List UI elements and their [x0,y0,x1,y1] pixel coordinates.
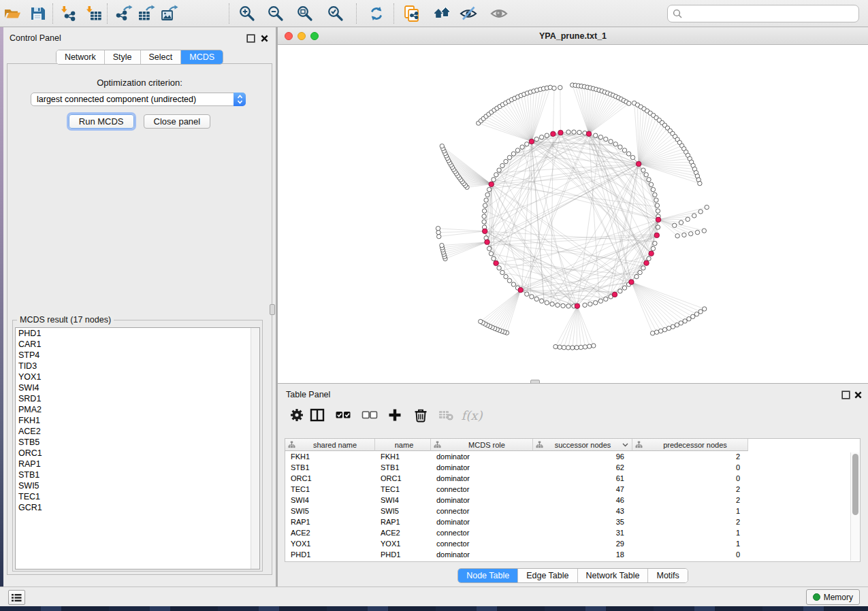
clone-network-button[interactable] [400,2,423,25]
deselect-all-button[interactable] [359,404,381,426]
network-canvas[interactable] [278,45,868,383]
zoom-out-button[interactable] [264,2,287,25]
close-panel-icon[interactable] [260,34,269,43]
network-window-titlebar[interactable]: YPA_prune.txt_1 [278,27,868,45]
tab-select[interactable]: Select [141,50,182,64]
mcds-result-item[interactable]: STB5 [16,437,259,448]
cell-successor-nodes: 96 [533,451,632,462]
mcds-result-item[interactable]: GCR1 [16,502,259,513]
table-row[interactable]: SWI5SWI5connector431 [285,506,860,516]
tab-motifs[interactable]: Motifs [648,569,687,582]
import-network-button[interactable] [57,2,80,25]
mcds-result-item[interactable]: PMA2 [16,404,259,415]
float-table-panel-icon[interactable] [841,391,850,399]
table-row[interactable]: SWI4SWI4dominator462 [285,495,860,506]
show-all-button[interactable] [487,2,511,25]
tab-network[interactable]: Network [57,50,105,64]
table-row[interactable]: ACE2ACE2connector311 [285,527,860,538]
run-mcds-button[interactable]: Run MCDS [69,114,134,129]
table-row[interactable]: PHD1PHD1dominator180 [285,549,860,560]
mcds-result-item[interactable]: FKH1 [16,415,259,426]
mcds-result-item[interactable]: SWI5 [16,480,259,491]
table-settings-button[interactable] [286,404,308,426]
mcds-result-item[interactable]: TEC1 [16,491,259,502]
delete-table-button [435,404,457,426]
mcds-result-item[interactable]: ACE2 [16,426,259,437]
memory-button[interactable]: Memory [806,589,860,605]
column-header-successor-nodes[interactable]: successor nodes [533,439,632,451]
column-label: MCDS role [441,441,532,449]
mcds-result-item[interactable]: SRD1 [16,393,259,404]
table-scrollbar-thumb[interactable] [852,454,858,515]
add-column-button[interactable] [384,404,406,426]
toolbar-separator [52,3,53,24]
export-network-button[interactable] [112,2,135,25]
vertical-splitter-handle[interactable] [270,304,275,315]
zoom-fit-button[interactable] [293,2,317,25]
eye-slash-icon [460,5,477,22]
first-neighbors-icon [434,5,451,22]
function-builder-button: f(x) [461,404,483,426]
column-header-MCDS-role[interactable]: MCDS role [431,439,533,451]
select-all-button[interactable] [332,404,354,426]
mcds-result-item[interactable]: STP4 [16,350,259,361]
export-network-icon [115,5,133,22]
zoom-selected-button[interactable] [324,2,347,25]
table-row[interactable]: RAP1RAP1dominator352 [285,516,860,527]
close-table-panel-icon[interactable] [854,391,863,399]
desktop-wallpaper-strip [0,606,868,611]
table-row[interactable]: TEC1TEC1connector472 [285,484,860,495]
network-view-window: YPA_prune.txt_1 [278,27,868,383]
mcds-result-item[interactable]: RAP1 [16,459,259,469]
export-image-button[interactable] [158,2,181,25]
cell-MCDS-role: dominator [431,516,533,527]
cell-MCDS-role: connector [431,538,533,549]
delete-column-button[interactable] [410,404,432,426]
tab-edge-table[interactable]: Edge Table [518,569,577,582]
mcds-result-list[interactable]: PHD1CAR1STP4TID3YOX1SWI4SRD1PMA2FKH1ACE2… [15,327,260,569]
mcds-result-groupbox: MCDS result (17 nodes) PHD1CAR1STP4TID3Y… [12,320,263,572]
hide-selected-button[interactable] [457,2,480,25]
mcds-result-item[interactable]: TID3 [16,361,259,371]
column-header-shared-name[interactable]: shared name [285,439,375,451]
first-neighbors-button[interactable] [431,2,454,25]
table-row[interactable]: STB1STB1dominator620 [285,462,860,473]
tab-style[interactable]: Style [105,50,141,64]
refresh-layout-button[interactable] [365,2,388,25]
cell-MCDS-role: dominator [431,451,533,462]
column-header-predecessor-nodes[interactable]: predecessor nodes [632,439,748,451]
cell-name: RAP1 [375,516,431,527]
table-row[interactable]: ORC1ORC1dominator610 [285,473,860,484]
export-table-icon [138,5,155,22]
mcds-result-item[interactable]: ORC1 [16,448,259,459]
tab-network-table[interactable]: Network Table [578,569,649,582]
import-table-button[interactable] [82,2,105,25]
mcds-result-item[interactable]: CAR1 [16,339,259,350]
table-row[interactable]: YOX1YOX1connector291 [285,538,860,549]
list-icon [12,593,22,602]
task-history-button[interactable] [8,590,25,605]
open-file-button[interactable] [1,2,24,25]
mcds-result-item[interactable]: STB1 [16,469,259,480]
cell-predecessor-nodes: 1 [632,506,748,516]
search-input[interactable] [685,7,858,20]
export-table-button[interactable] [135,2,158,25]
mcds-result-item[interactable]: SWI4 [16,382,259,393]
list-scrollbar[interactable] [251,328,259,569]
mcds-result-item[interactable]: PHD1 [16,328,259,339]
save-session-button[interactable] [27,2,50,25]
refresh-icon [368,5,385,22]
column-header-name[interactable]: name [375,439,431,451]
tab-mcds[interactable]: MCDS [181,50,223,64]
network-graph[interactable] [278,45,868,383]
mcds-result-item[interactable]: YOX1 [16,371,259,382]
float-panel-icon[interactable] [246,34,255,43]
close-panel-button[interactable]: Close panel [144,114,211,129]
optimization-criterion-select[interactable]: largest connected component (undirected) [31,93,246,106]
eye-icon [490,5,508,22]
tab-node-table[interactable]: Node Table [458,569,518,582]
table-scrollbar[interactable] [850,452,859,561]
zoom-in-button[interactable] [236,2,259,25]
column-visibility-button[interactable] [306,404,328,426]
table-row[interactable]: FKH1FKH1dominator962 [285,451,860,462]
